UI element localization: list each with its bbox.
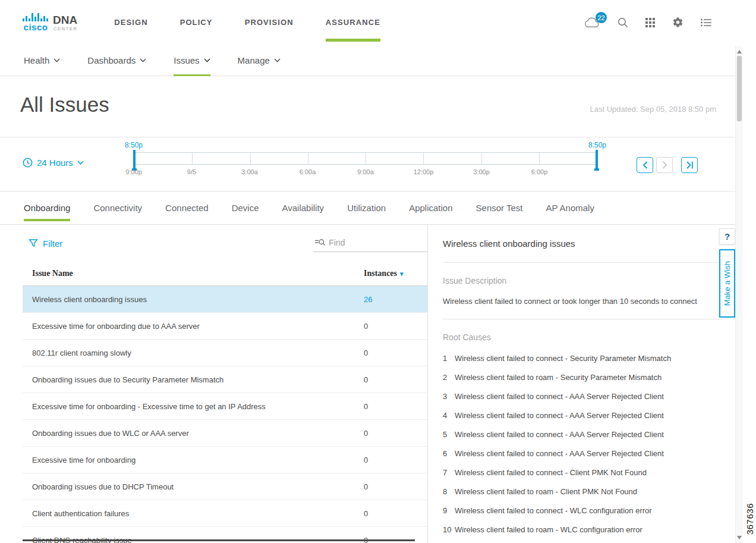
timeline-start-handle[interactable] (133, 150, 136, 168)
issue-name: Excessive time for onboarding due to AAA… (23, 322, 364, 331)
instance-count-link[interactable]: 26 (364, 295, 372, 304)
timeline-start-label: 8:50p (125, 141, 143, 149)
tab-sensor-test[interactable]: Sensor Test (476, 192, 523, 224)
filter-button[interactable]: Filter (29, 238, 62, 249)
tab-ap-anomaly[interactable]: AP Anomaly (546, 192, 594, 224)
nav-provision[interactable]: PROVISION (229, 0, 310, 45)
sort-desc-icon[interactable]: ▾ (400, 270, 404, 278)
nav-policy[interactable]: POLICY (164, 0, 229, 45)
help-button[interactable]: ? (719, 228, 735, 244)
filter-label: Filter (43, 238, 62, 249)
clock-icon (23, 158, 33, 168)
issue-row[interactable]: 802.11r client roaming slowly 0 (23, 340, 427, 366)
timeline-end-handle[interactable] (596, 150, 598, 168)
timeline-nav-buttons (637, 157, 698, 173)
find-search-icon (314, 237, 325, 247)
issue-row[interactable]: Onboarding issues due to Security Parame… (23, 366, 427, 393)
subnav-manage[interactable]: Manage (238, 45, 281, 76)
issue-name: Onboarding issues due to DHCP Timeout (23, 482, 364, 491)
issue-description-heading: Issue Description (443, 276, 723, 285)
timeline-tick-label: 3:00p (473, 168, 490, 175)
find-input[interactable] (329, 238, 426, 247)
nav-assurance[interactable]: ASSURANCE (310, 0, 396, 45)
issue-row[interactable]: Onboarding issues due to DHCP Timeout 0 (23, 473, 427, 500)
subnav-dashboards-label: Dashboards (87, 55, 136, 65)
issue-name: Onboarding issues due to WLC or AAA serv… (23, 429, 364, 438)
vertical-scrollbar[interactable] (735, 46, 743, 543)
tab-utilization[interactable]: Utilization (347, 192, 386, 224)
root-cause-number: 5 (443, 430, 455, 439)
column-instances[interactable]: Instances ▾ (364, 269, 427, 278)
timeline-skip-to-latest-button[interactable] (681, 157, 698, 173)
root-cause-number: 7 (443, 468, 455, 477)
issue-row[interactable]: Client authentication failures 0 (23, 500, 427, 527)
timeline-tick (192, 153, 193, 164)
issue-row[interactable]: Wireless client onboarding issues 26 (23, 286, 427, 313)
issue-name: Excessive time for onboarding - Excessiv… (23, 402, 364, 411)
scrollbar-thumb[interactable] (737, 56, 742, 121)
product-subname: CENTER (53, 27, 77, 32)
root-cause-number: 4 (443, 411, 455, 420)
time-range-label: 24 Hours (37, 158, 73, 168)
issue-row[interactable]: Onboarding issues due to WLC or AAA serv… (23, 420, 427, 447)
tab-connectivity[interactable]: Connectivity (93, 192, 142, 224)
cisco-dna-center-logo[interactable]: cisco DNA CENTER (23, 13, 77, 32)
time-range-dropdown[interactable]: 24 Hours (23, 158, 84, 168)
timeline-next-button[interactable] (656, 157, 673, 173)
tab-onboarding[interactable]: Onboarding (24, 192, 70, 224)
notifications-cloud-icon[interactable]: 22 (584, 17, 600, 28)
issue-detail-title: Wireless client onboarding issues (443, 238, 723, 263)
instance-count: 0 (364, 322, 427, 331)
primary-nav: DESIGN POLICY PROVISION ASSURANCE (98, 0, 396, 45)
settings-gear-icon[interactable] (672, 17, 683, 28)
app-window: cisco DNA CENTER DESIGN POLICY PROVISION… (0, 0, 735, 543)
root-cause-text: Wireless client failed to connect - WLC … (455, 506, 652, 515)
instance-count: 0 (364, 349, 427, 357)
issue-description-text: Wireless client failed to connect or too… (443, 297, 723, 319)
subnav-health[interactable]: Health (24, 45, 60, 76)
subnav-issues[interactable]: Issues (174, 45, 210, 76)
chevron-down-icon (204, 58, 210, 62)
activity-list-icon[interactable] (701, 18, 711, 27)
timeline-track[interactable] (134, 152, 597, 165)
timeline-tick-label: 6:00a (300, 168, 316, 175)
nav-design[interactable]: DESIGN (98, 0, 163, 45)
issue-row[interactable]: Excessive time for onboarding - Excessiv… (23, 393, 427, 420)
root-cause-item: 8 Wireless client failed to roam - Clien… (443, 487, 723, 496)
apps-grid-icon[interactable] (645, 18, 655, 27)
notification-count-badge[interactable]: 22 (596, 12, 607, 23)
tab-availability[interactable]: Availability (282, 192, 325, 224)
root-cause-number: 3 (443, 392, 455, 401)
product-name: DNA (53, 14, 77, 26)
issue-row[interactable]: Excessive time for onboarding due to AAA… (23, 313, 427, 340)
issue-name: Excessive time for onboarding (23, 456, 364, 464)
timeline-tick-label: 9:00a (357, 168, 374, 175)
root-cause-item: 5 Wireless client failed to connect - AA… (443, 430, 723, 439)
horizontal-scrollbar[interactable] (23, 539, 415, 541)
timeline-slider[interactable]: 8:50p 8:50p 9:00p 9/5 3:00a 6:00a 9:00a (134, 141, 597, 177)
subnav-issues-label: Issues (174, 55, 199, 65)
timeline-tick (366, 153, 366, 164)
root-cause-text: Wireless client failed to connect - Secu… (455, 354, 671, 363)
scrollbar-up-icon[interactable] (736, 48, 743, 56)
root-cause-text: Wireless client failed to connect - AAA … (455, 430, 664, 439)
scrollbar-down-icon[interactable] (736, 533, 743, 542)
subnav-dashboards[interactable]: Dashboards (87, 45, 146, 76)
timeline-tick-label: 9/5 (187, 168, 196, 175)
root-cause-item: 2 Wireless client failed to roam - Secur… (443, 373, 723, 382)
timeline-prev-button[interactable] (637, 157, 653, 173)
tab-device[interactable]: Device (232, 192, 259, 224)
make-a-wish-tab[interactable]: Make a Wish (719, 249, 735, 318)
filter-funnel-icon (29, 238, 38, 248)
issue-row[interactable]: Excessive time for onboarding 0 (23, 447, 427, 473)
instance-count: 0 (364, 456, 427, 464)
column-issue-name[interactable]: Issue Name (23, 269, 364, 278)
tab-connected[interactable]: Connected (165, 192, 209, 224)
root-cause-item: 1 Wireless client failed to connect - Se… (443, 354, 723, 363)
root-cause-number: 1 (443, 354, 455, 363)
search-icon[interactable] (618, 17, 628, 28)
assurance-subnav: Health Dashboards Issues Manage (0, 45, 735, 76)
content-area: Filter Issue Name Instances ▾ (0, 225, 735, 543)
tab-application[interactable]: Application (409, 192, 452, 224)
timeline-tick-label: 12:00p (414, 168, 434, 175)
